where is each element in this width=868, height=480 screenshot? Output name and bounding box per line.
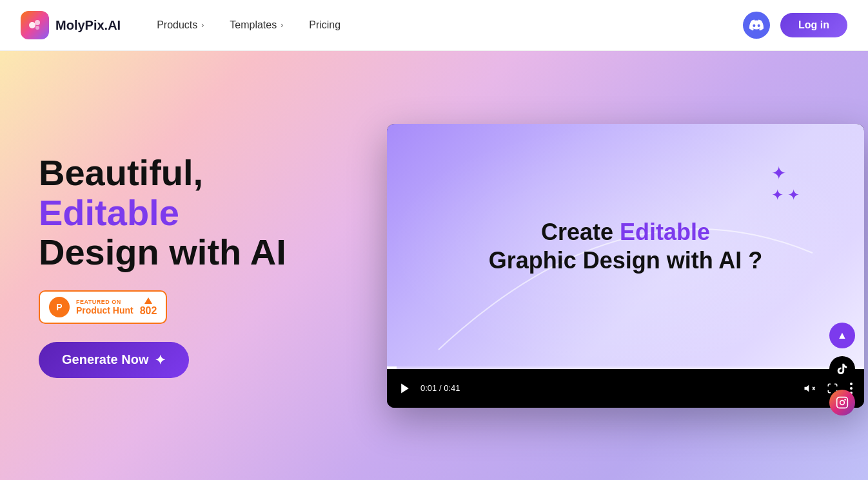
svg-point-1 <box>35 20 40 25</box>
nav-pricing[interactable]: Pricing <box>299 14 351 36</box>
tiktok-button[interactable] <box>829 356 855 382</box>
login-button[interactable]: Log in <box>780 13 847 37</box>
play-icon <box>399 382 411 395</box>
video-preview: ✦✦ ✦ Create Editable Graphic Design with… <box>387 124 864 369</box>
svg-marker-3 <box>401 383 409 393</box>
svg-point-2 <box>35 26 39 30</box>
hero-right-video: ✦✦ ✦ Create Editable Graphic Design with… <box>387 124 864 408</box>
svg-point-11 <box>844 399 846 401</box>
discord-icon <box>749 18 764 32</box>
video-sparkle-stars: ✦✦ ✦ <box>771 163 800 205</box>
instagram-button[interactable] <box>829 390 855 415</box>
nav-right-actions: Log in <box>743 12 847 39</box>
video-play-button[interactable] <box>396 379 414 397</box>
logo-icon <box>21 11 49 39</box>
product-hunt-badge[interactable]: P FEATURED ON Product Hunt 802 <box>39 290 167 324</box>
navbar: MolyPix.AI Products › Templates › Pricin… <box>0 0 868 51</box>
video-overlay-text: Create Editable Graphic Design with AI ? <box>489 218 763 274</box>
hero-section: Beautiful, Editable Design with AI P FEA… <box>0 51 868 480</box>
video-controls-bar: 0:01 / 0:41 <box>387 369 864 408</box>
upvote-triangle-icon <box>144 297 152 304</box>
logo-text: MolyPix.AI <box>55 18 121 33</box>
tiktok-icon <box>836 363 849 375</box>
hero-left-content: Beautiful, Editable Design with AI P FEA… <box>39 153 348 378</box>
nav-links: Products › Templates › Pricing <box>146 14 743 36</box>
discord-button[interactable] <box>743 12 770 39</box>
sparkle-icon: ✦ <box>155 352 166 368</box>
generate-now-button[interactable]: Generate Now ✦ <box>39 342 189 378</box>
nav-templates[interactable]: Templates › <box>219 14 293 36</box>
hero-heading: Beautiful, Editable Design with AI <box>39 153 348 272</box>
video-volume-button[interactable] <box>801 380 818 397</box>
nav-products[interactable]: Products › <box>146 14 214 36</box>
svg-point-0 <box>29 22 35 28</box>
video-player[interactable]: ✦✦ ✦ Create Editable Graphic Design with… <box>387 124 864 408</box>
product-hunt-count: 802 <box>140 297 157 317</box>
svg-point-10 <box>840 401 845 405</box>
instagram-icon <box>836 396 849 409</box>
scroll-up-button[interactable]: ▲ <box>829 323 855 348</box>
volume-icon <box>804 383 815 394</box>
video-time-display: 0:01 / 0:41 <box>420 383 794 393</box>
products-chevron-icon: › <box>201 21 204 30</box>
floating-social-icons: ▲ <box>829 323 855 415</box>
svg-rect-9 <box>837 397 848 408</box>
logo-link[interactable]: MolyPix.AI <box>21 11 121 39</box>
templates-chevron-icon: › <box>281 21 283 30</box>
product-hunt-text: FEATURED ON Product Hunt <box>76 299 133 315</box>
product-hunt-icon: P <box>49 297 70 317</box>
